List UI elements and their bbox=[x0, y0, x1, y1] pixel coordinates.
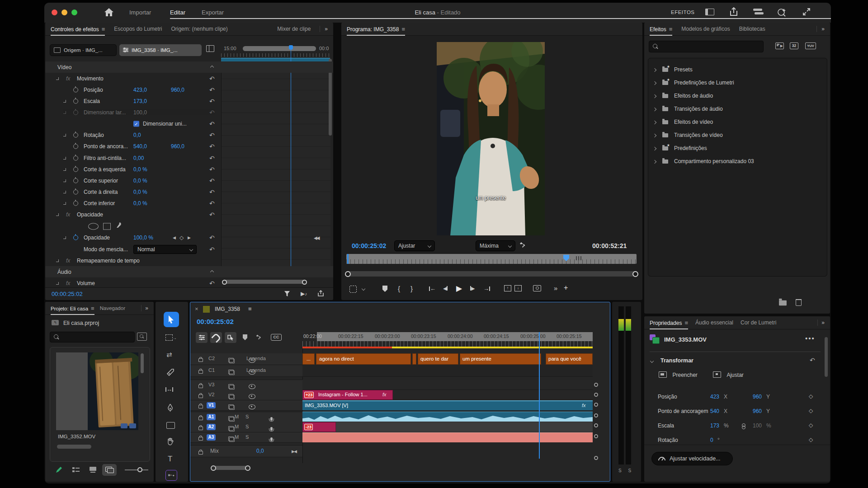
tab-projeto[interactable]: Projeto: Eli casa≡ bbox=[51, 305, 94, 312]
reset-icon[interactable]: ↶ bbox=[209, 99, 215, 104]
add-button-icon[interactable]: + bbox=[564, 284, 568, 292]
stopwatch-icon[interactable] bbox=[73, 201, 78, 206]
export-frame-icon[interactable] bbox=[317, 290, 324, 299]
quick-export-icon[interactable] bbox=[730, 7, 738, 18]
keyframe-diamond-icon[interactable]: ◇ bbox=[809, 436, 813, 443]
minimize-window-button[interactable] bbox=[61, 9, 67, 15]
ec-timecode[interactable]: 00:00:25:02 bbox=[52, 291, 83, 297]
mic-icon[interactable] bbox=[270, 417, 273, 421]
caption-clip[interactable]: um presente bbox=[460, 353, 541, 365]
ec-h-scrollbar-handle-right[interactable] bbox=[302, 280, 307, 285]
stacked-panels-icon[interactable] bbox=[753, 9, 764, 14]
maximize-window-button[interactable] bbox=[71, 9, 77, 15]
rect-mask-icon[interactable] bbox=[103, 223, 111, 230]
caption-clip[interactable]: para que você bbox=[546, 353, 593, 365]
clip-thumbnail[interactable] bbox=[56, 352, 138, 430]
mark-in-icon[interactable]: { bbox=[398, 285, 400, 292]
lock-icon[interactable] bbox=[198, 358, 203, 362]
mix-level-value[interactable]: 0,0 bbox=[256, 448, 264, 454]
audio-clip-a1[interactable] bbox=[302, 412, 593, 422]
cursor-spark-icon[interactable] bbox=[777, 7, 787, 19]
panel-overflow-icon[interactable]: » bbox=[320, 26, 328, 32]
ec-row-rotacao[interactable]: Rotação 0,0 ↶ bbox=[45, 129, 220, 141]
lock-icon[interactable] bbox=[198, 394, 203, 398]
lock-icon[interactable] bbox=[198, 437, 203, 441]
ec-playhead[interactable] bbox=[291, 48, 291, 274]
value-field[interactable]: 173 bbox=[710, 422, 719, 429]
tab-efeitos[interactable]: Efeitos≡ bbox=[650, 26, 672, 33]
eye-icon[interactable] bbox=[249, 394, 255, 399]
value-field[interactable]: 0,0 % bbox=[133, 166, 147, 173]
track-header-v2[interactable]: V2 bbox=[190, 390, 302, 400]
track-scroll-handle[interactable] bbox=[594, 383, 598, 387]
ec-row-mescla[interactable]: Modo de mescla... Normal ↶ bbox=[45, 244, 220, 255]
timeline-h-scrollbar[interactable] bbox=[213, 466, 248, 470]
clip-label[interactable]: IMG_3352.MOV bbox=[58, 434, 95, 439]
pen-tool[interactable] bbox=[167, 404, 174, 413]
thumbnail-h-scrollbar[interactable] bbox=[57, 445, 91, 449]
stopwatch-icon[interactable] bbox=[73, 178, 78, 183]
fill-button[interactable]: Preencher bbox=[659, 371, 698, 379]
settings-wrench-icon[interactable] bbox=[519, 241, 527, 251]
program-ruler[interactable] bbox=[346, 254, 637, 264]
track-scroll-handle[interactable] bbox=[594, 456, 598, 460]
ec-row-posicao[interactable]: Posição 423,0 960,0 ↶ bbox=[45, 84, 220, 95]
menu-exportar[interactable]: Exportar bbox=[202, 9, 224, 16]
expand-icon[interactable] bbox=[63, 236, 66, 239]
sequence-tab-label[interactable]: IMG_3358 bbox=[215, 306, 240, 312]
ec-header-audio[interactable]: Áudio bbox=[45, 266, 333, 277]
value-field[interactable]: 960 bbox=[753, 394, 762, 400]
mute-button[interactable]: M bbox=[235, 424, 239, 429]
reset-icon[interactable]: ↶ bbox=[209, 76, 215, 81]
tab-modelos-graficos[interactable]: Modelos de gráficos bbox=[681, 26, 730, 32]
tab-controles-de-efeitos[interactable]: Controles de efeitos≡ bbox=[51, 26, 105, 33]
source-clip-tab[interactable]: Origem · IMG_... bbox=[50, 44, 117, 56]
yuv-effects-icon[interactable]: YUV bbox=[805, 42, 816, 49]
prev-keyframe-icon[interactable]: ◀ bbox=[173, 235, 176, 240]
hand-tool[interactable] bbox=[166, 437, 175, 447]
expand-icon[interactable] bbox=[63, 179, 66, 182]
go-to-in-icon[interactable]: ← bbox=[429, 285, 436, 292]
add-keyframe-icon[interactable]: ◇ bbox=[179, 235, 184, 241]
lock-icon[interactable] bbox=[198, 405, 203, 408]
track-header-a1[interactable]: A1 M S bbox=[190, 412, 302, 422]
collapse-icon[interactable] bbox=[650, 359, 654, 363]
ec-row-dimensionar-uniforme[interactable]: ✓ Dimensionar uni... ↶ bbox=[45, 118, 220, 129]
timeline-h-scrollbar-handle-left[interactable] bbox=[211, 465, 216, 471]
track-scroll-handle[interactable] bbox=[594, 403, 598, 407]
effects-search-input[interactable] bbox=[649, 41, 764, 52]
ec-row-corte-direita[interactable]: Corte à direita 0,0 % ↶ bbox=[45, 186, 220, 197]
step-forward-icon[interactable]: ▶ bbox=[470, 285, 475, 291]
program-timecode[interactable]: 00:00:25:02 bbox=[352, 242, 386, 249]
fade-icon[interactable]: ▶◀ bbox=[292, 449, 296, 454]
reset-icon[interactable]: ↶ bbox=[209, 121, 215, 127]
track-scroll-handle[interactable] bbox=[594, 393, 598, 397]
timeline-settings-button[interactable] bbox=[196, 332, 208, 343]
track-header-a3[interactable]: A3 M S bbox=[190, 432, 302, 443]
value-field[interactable]: 0,0 % bbox=[133, 200, 147, 206]
value-field[interactable]: 540 bbox=[710, 408, 719, 414]
value-field[interactable]: 173,0 bbox=[133, 98, 147, 104]
reset-icon[interactable]: ↶ bbox=[209, 132, 215, 138]
ec-fx-opacidade[interactable]: fx Opacidade ↶ bbox=[45, 209, 220, 220]
keyframe-nav-timeline-icon[interactable]: ◀◀ bbox=[314, 235, 319, 240]
type-tool[interactable]: T bbox=[168, 455, 172, 464]
collapse-icon[interactable] bbox=[210, 65, 214, 69]
ec-row-corte-superior[interactable]: Corte superior 0,0 % ↶ bbox=[45, 175, 220, 186]
selection-tool-button[interactable] bbox=[164, 312, 179, 327]
program-scrollbar[interactable] bbox=[346, 271, 637, 277]
selection-mode-icon[interactable] bbox=[349, 286, 357, 293]
program-scrollbar-handle-right[interactable] bbox=[632, 271, 638, 277]
ec-fx-movimento[interactable]: fx Movimento ↶ bbox=[45, 73, 220, 84]
expand-icon[interactable] bbox=[63, 191, 66, 193]
ec-h-scrollbar-handle-left[interactable] bbox=[222, 280, 227, 285]
reset-icon[interactable]: ↶ bbox=[209, 178, 215, 183]
pen-mask-icon[interactable] bbox=[116, 222, 122, 230]
panel-menu-icon[interactable]: ≡ bbox=[669, 26, 673, 33]
keyframe-diamond-icon[interactable]: ◇ bbox=[809, 408, 813, 414]
prop-row-escala[interactable]: Escala 173 % 100 % ◇ bbox=[644, 421, 830, 432]
panel-overflow-icon[interactable]: » bbox=[816, 26, 825, 32]
track-targeting-icon[interactable] bbox=[229, 417, 235, 422]
accelerated-effects-icon[interactable]: ▶ bbox=[775, 42, 784, 49]
lock-icon[interactable] bbox=[198, 417, 203, 420]
